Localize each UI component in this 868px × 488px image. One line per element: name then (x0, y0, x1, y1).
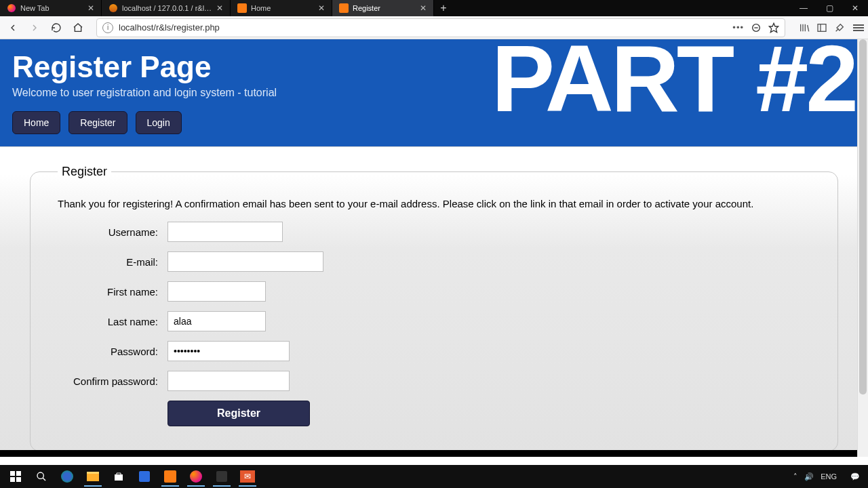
file-explorer-icon[interactable] (80, 466, 106, 487)
xampp-icon (339, 3, 349, 13)
svg-rect-15 (87, 474, 99, 481)
firstname-field[interactable] (167, 281, 266, 302)
app-icon-1[interactable] (132, 466, 157, 487)
start-button[interactable] (3, 466, 28, 487)
nav-home[interactable]: Home (12, 111, 60, 134)
nav-login[interactable]: Login (136, 111, 182, 134)
confirm-password-field[interactable] (167, 371, 290, 391)
username-field[interactable] (167, 222, 283, 242)
overlay-text: PART #2 (492, 39, 856, 126)
forward-button[interactable] (26, 19, 43, 37)
page-body: Register Thank you for registering! A co… (0, 146, 868, 457)
home-button[interactable] (69, 19, 87, 37)
row-email: E-mail: (58, 251, 810, 272)
reader-icon[interactable] (751, 22, 762, 33)
row-password: Password: (58, 341, 810, 361)
register-button[interactable]: Register (167, 401, 310, 426)
tab-new[interactable]: New Tab ✕ (0, 0, 102, 16)
register-fieldset: Register Thank you for registering! A co… (30, 165, 838, 451)
label-username: Username: (58, 226, 158, 238)
password-field[interactable] (167, 341, 290, 361)
page-viewport: Register Page Welcome to user registrati… (0, 39, 868, 457)
svg-line-5 (808, 25, 809, 31)
lastname-field[interactable] (167, 311, 266, 331)
window-controls: — ▢ ✕ (791, 0, 868, 16)
browser-toolbar: i localhost/r&ls/register.php ••• (0, 16, 868, 39)
fieldset-legend: Register (58, 165, 111, 179)
label-email: E-mail: (58, 256, 158, 268)
volume-icon[interactable]: 🔊 (804, 472, 814, 481)
row-lastname: Last name: (58, 311, 810, 331)
confirmation-text: Thank you for registering! A confirmatio… (58, 198, 810, 209)
close-icon[interactable]: ✕ (318, 3, 325, 13)
menu-button[interactable] (853, 24, 864, 31)
tab-register[interactable]: Register ✕ (332, 0, 434, 16)
eyedropper-icon[interactable] (834, 22, 845, 33)
close-button[interactable]: ✕ (842, 0, 868, 16)
sidebar-icon[interactable] (816, 22, 827, 33)
row-firstname: First name: (58, 281, 810, 302)
tab-label: Register (353, 4, 416, 12)
label-confirm: Confirm password: (58, 375, 158, 387)
firefox-icon (7, 3, 16, 13)
browser-titlebar: New Tab ✕ localhost / 127.0.0.1 / r&ls /… (0, 0, 868, 16)
row-confirm: Confirm password: (58, 371, 810, 391)
page-footer-bar (0, 450, 857, 457)
info-icon: i (102, 22, 113, 33)
row-username: Username: (58, 222, 810, 242)
svg-line-13 (43, 478, 45, 481)
phpmyadmin-icon (108, 3, 118, 13)
label-lastname: Last name: (58, 316, 158, 327)
browser-tabs: New Tab ✕ localhost / 127.0.0.1 / r&ls /… (0, 0, 453, 16)
search-icon[interactable] (28, 466, 54, 487)
app-icon-2[interactable] (209, 466, 235, 487)
store-icon[interactable] (106, 466, 132, 487)
notifications-icon[interactable]: 💬 (850, 472, 860, 481)
vertical-scrollbar[interactable] (857, 39, 868, 457)
back-button[interactable] (4, 19, 22, 37)
xampp-icon (237, 3, 247, 13)
page-header: Register Page Welcome to user registrati… (0, 39, 868, 146)
label-password: Password: (58, 346, 158, 357)
nav-register[interactable]: Register (68, 111, 127, 134)
label-firstname: First name: (58, 286, 158, 298)
toolbar-right (799, 22, 845, 33)
svg-rect-6 (818, 24, 826, 31)
svg-rect-9 (16, 471, 21, 476)
tab-label: New Tab (20, 4, 83, 12)
edge-icon[interactable] (54, 466, 80, 487)
close-icon[interactable]: ✕ (420, 3, 427, 13)
library-icon[interactable] (799, 22, 810, 33)
tab-phpmyadmin[interactable]: localhost / 127.0.0.1 / r&ls / us ✕ (102, 0, 231, 16)
tab-home[interactable]: Home ✕ (231, 0, 332, 16)
svg-rect-10 (10, 477, 15, 482)
svg-rect-11 (16, 477, 21, 482)
minimize-button[interactable]: — (791, 0, 816, 16)
close-icon[interactable]: ✕ (216, 3, 223, 13)
tab-label: Home (251, 4, 314, 12)
email-field[interactable] (167, 251, 323, 272)
reload-button[interactable] (47, 19, 65, 37)
svg-rect-8 (10, 471, 15, 476)
urlbar-actions: ••• (732, 22, 779, 33)
scrollbar-thumb[interactable] (859, 39, 867, 394)
close-icon[interactable]: ✕ (87, 3, 94, 13)
url-text: localhost/r&ls/register.php (119, 22, 220, 33)
maximize-button[interactable]: ▢ (816, 0, 842, 16)
system-tray: ˄ 🔊 ENG 💬 (793, 472, 865, 481)
more-icon[interactable]: ••• (732, 22, 744, 33)
svg-marker-1 (769, 23, 778, 32)
xampp-icon[interactable] (157, 466, 183, 487)
svg-point-12 (37, 472, 43, 479)
tab-label: localhost / 127.0.0.1 / r&ls / us (122, 4, 212, 12)
tray-chevron-icon[interactable]: ˄ (793, 472, 797, 481)
firefox-taskbar-icon[interactable] (183, 466, 209, 487)
new-tab-button[interactable]: + (434, 0, 453, 16)
language-indicator[interactable]: ENG (821, 472, 837, 481)
mail-icon[interactable]: ✉ (235, 466, 260, 487)
address-bar[interactable]: i localhost/r&ls/register.php ••• (96, 18, 785, 37)
windows-taskbar: ✉ ˄ 🔊 ENG 💬 (0, 465, 868, 488)
star-icon[interactable] (768, 22, 779, 33)
